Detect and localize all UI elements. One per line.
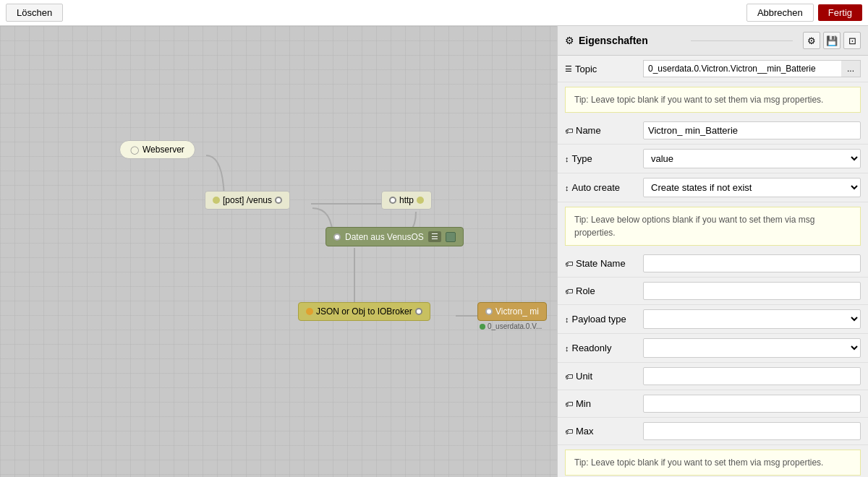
panel-title: Eigenschaften	[579, 35, 681, 46]
state-name-row: 🏷 State Name	[558, 250, 868, 278]
max-input[interactable]	[643, 422, 861, 440]
payload-type-row: ↕ Payload type auto string number boolea…	[558, 305, 868, 334]
victron-sub-label: 0_userdata.0.V...	[480, 322, 542, 330]
http-port-left	[389, 197, 396, 204]
victron-port-left	[485, 308, 493, 315]
name-icon: 🏷	[565, 126, 573, 135]
json-label: JSON or Obj to IOBroker	[316, 306, 412, 317]
daten-list-icon: ☰	[428, 231, 441, 242]
type-select[interactable]: value number string boolean object	[643, 149, 861, 168]
min-icon: 🏷	[565, 400, 573, 408]
tip-topic-box: Tip: Leave topic blank if you want to se…	[565, 87, 861, 113]
state-name-icon: 🏷	[565, 259, 573, 268]
auto-create-row: ↕ Auto create Create states if not exist…	[558, 173, 868, 202]
webserver-label: Webserver	[142, 145, 184, 155]
auto-create-label: ↕ Auto create	[565, 182, 637, 193]
main-area: Webserver [post] /venus http Daten aus V…	[0, 26, 868, 477]
state-name-input[interactable]	[643, 254, 861, 272]
panel-header: ⚙ Eigenschaften ⚙ 💾 ⊡	[558, 26, 868, 56]
settings-icon-btn[interactable]: ⚙	[803, 32, 820, 49]
node-json[interactable]: JSON or Obj to IOBroker	[298, 302, 430, 321]
tip-bottom-box: Tip: Leave topic blank if you want to se…	[565, 450, 861, 476]
min-input[interactable]	[643, 395, 861, 413]
node-post-venus[interactable]: [post] /venus	[205, 191, 290, 210]
role-label: 🏷 Role	[565, 285, 637, 296]
canvas[interactable]: Webserver [post] /venus http Daten aus V…	[0, 26, 557, 477]
name-input[interactable]	[643, 121, 861, 139]
daten-square-icon	[446, 232, 456, 242]
readonly-select[interactable]: true false	[643, 338, 861, 358]
victron-label: Victron_ mi	[495, 306, 539, 317]
node-webserver[interactable]: Webserver	[119, 140, 195, 159]
victron-dot	[480, 324, 485, 330]
readonly-row: ↕ Readonly true false	[558, 334, 868, 363]
auto-create-select[interactable]: Create states if not exist Never create …	[643, 178, 861, 197]
toolbar: Löschen Abbrechen Fertig	[0, 0, 868, 26]
tip-options-box: Tip: Leave below options blank if you wa…	[565, 207, 861, 246]
connections-svg	[0, 26, 557, 477]
type-icon: ↕	[565, 155, 569, 163]
readonly-label: ↕ Readonly	[565, 343, 637, 353]
save-icon-btn[interactable]: 💾	[823, 32, 841, 49]
node-victron[interactable]: Victron_ mi	[477, 302, 547, 321]
loschen-button[interactable]: Löschen	[6, 4, 63, 22]
expand-icon-btn[interactable]: ⊡	[843, 32, 861, 49]
name-row: 🏷 Name	[558, 117, 868, 145]
type-label: ↕ Type	[565, 153, 637, 164]
gear-icon: ⚙	[565, 35, 574, 46]
payload-type-icon: ↕	[565, 315, 569, 324]
topic-label: ☰ Topic	[565, 64, 637, 74]
unit-input[interactable]	[643, 367, 861, 385]
header-divider	[691, 40, 793, 41]
topic-input[interactable]	[643, 60, 841, 77]
unit-row: 🏷 Unit	[558, 363, 868, 390]
topic-input-group: ...	[643, 60, 861, 77]
state-name-label: 🏷 State Name	[565, 258, 637, 269]
name-label: 🏷 Name	[565, 125, 637, 136]
min-label: 🏷 Min	[565, 398, 637, 409]
max-icon: 🏷	[565, 427, 573, 436]
topic-ellipsis-button[interactable]: ...	[841, 60, 861, 77]
min-row: 🏷 Min	[558, 390, 868, 418]
topic-icon: ☰	[565, 64, 572, 74]
post-venus-port-right	[275, 197, 282, 204]
json-port-right	[415, 308, 422, 315]
role-input[interactable]	[643, 282, 861, 300]
payload-type-select[interactable]: auto string number boolean	[643, 309, 861, 329]
role-icon: 🏷	[565, 287, 573, 296]
http-label: http	[399, 195, 414, 205]
node-daten[interactable]: Daten aus VenusOS ☰	[326, 227, 464, 246]
max-label: 🏷 Max	[565, 426, 637, 437]
json-port-left	[306, 308, 313, 315]
unit-label: 🏷 Unit	[565, 371, 637, 382]
type-row: ↕ Type value number string boolean objec…	[558, 145, 868, 173]
topic-row: ☰ Topic ...	[558, 56, 868, 82]
post-venus-label: [post] /venus	[223, 195, 272, 205]
right-panel: ⚙ Eigenschaften ⚙ 💾 ⊡ ☰ Topic ...	[557, 26, 868, 477]
panel-header-icons: ⚙ 💾 ⊡	[803, 32, 861, 49]
daten-label: Daten aus VenusOS	[345, 232, 424, 242]
abbrechen-button[interactable]: Abbrechen	[746, 4, 814, 22]
auto-create-icon: ↕	[565, 184, 569, 192]
node-http[interactable]: http	[381, 191, 432, 210]
unit-icon: 🏷	[565, 372, 573, 381]
payload-type-label: ↕ Payload type	[565, 314, 637, 325]
max-row: 🏷 Max	[558, 418, 868, 445]
post-venus-port-left	[213, 197, 220, 204]
http-port-right	[417, 197, 424, 204]
panel-body: ☰ Topic ... Tip: Leave topic blank if yo…	[558, 56, 868, 477]
readonly-icon: ↕	[565, 344, 569, 353]
role-row: 🏷 Role	[558, 278, 868, 305]
fertig-button[interactable]: Fertig	[818, 4, 862, 21]
daten-port-left	[333, 233, 341, 241]
